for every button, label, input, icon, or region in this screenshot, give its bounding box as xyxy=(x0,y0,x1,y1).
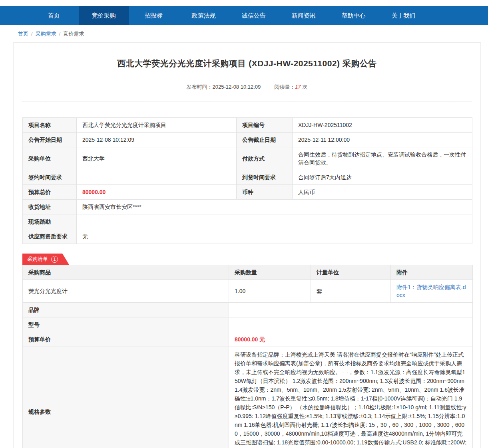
nav-item-tender[interactable]: 招投标 xyxy=(129,6,179,25)
announcement-meta: 发布时间：2025-12-08 10:12:09阅读量：17 次 xyxy=(22,83,472,91)
views-label: 阅读量： xyxy=(274,84,295,90)
field-label: 付款方式 xyxy=(237,147,293,170)
top-navigation: 首页 竞价采购 招投标 政策法规 诚信公告 新闻资讯 帮助中心 关于我们 xyxy=(0,6,488,25)
table-row: 签约时间要求 到货时间要求 合同签订后7天内送达 xyxy=(23,170,472,185)
field-value xyxy=(77,214,472,229)
field-value: 无 xyxy=(77,229,472,244)
purchase-list-table: 采购商品 采购数量 计量单位 附件 荧光分光光度计 1.00 套 附件1：货物类… xyxy=(22,265,473,448)
field-label: 现场踏勘 xyxy=(23,214,77,229)
field-label: 到货时间要求 xyxy=(237,170,293,185)
field-label: 公告开始日期 xyxy=(23,133,77,147)
field-value: 人民币 xyxy=(293,185,472,200)
field-label: 预算总价 xyxy=(23,185,77,200)
column-header: 计量单位 xyxy=(311,265,391,280)
table-row: 收货地址 陕西省西安市长安区**** xyxy=(23,200,472,214)
publish-time-value: 2025-12-08 10:12:09 xyxy=(213,84,261,90)
field-value: 合同生效后，待货物到达指定地点、安装调试验收合格后，一次性付清合同货款。 xyxy=(293,147,472,170)
nav-item-help-center[interactable]: 帮助中心 xyxy=(329,6,378,25)
field-label: 项目编号 xyxy=(237,118,293,133)
field-label: 预算单价 xyxy=(23,332,229,347)
specs-text: 科研设备指定品牌：上海棱光或上海天美 请各潜在供应商提交报价时在“响应附件”处上… xyxy=(229,347,473,448)
table-row: 公告开始日期 2025-12-08 10:12:09 公告截止日期 2025-1… xyxy=(23,133,472,147)
table-row: 项目名称 西北大学荧光分光光度计采购项目 项目编号 XDJJ-HW-202511… xyxy=(23,118,472,133)
item-attachment-cell: 附件1：货物类响应偏离表.docx xyxy=(391,280,473,303)
item-name: 荧光分光光度计 xyxy=(23,280,229,303)
unit-price-value: 80000.00 元 xyxy=(229,332,473,347)
breadcrumb-purchase-demand-link[interactable]: 采购需求 xyxy=(36,31,56,37)
field-label: 签约时间要求 xyxy=(23,170,77,185)
dashed-divider xyxy=(22,101,472,101)
field-value: 西北大学荧光分光光度计采购项目 xyxy=(77,118,237,133)
field-label: 采购单位 xyxy=(23,147,77,170)
field-value: 2025-12-11 12:00:00 xyxy=(293,133,472,147)
table-row: 供应商资质要求 无 xyxy=(23,229,472,244)
announcement-card: 西北大学荧光分光光度计采购项目 (XDJJ-HW-202511002) 采购公告… xyxy=(13,42,481,448)
column-header: 附件 xyxy=(391,265,473,280)
field-value: 西北大学 xyxy=(77,147,237,170)
table-header-row: 采购商品 采购数量 计量单位 附件 xyxy=(23,265,473,280)
field-value: XDJJ-HW-202511002 xyxy=(293,118,472,133)
nav-item-home[interactable]: 首页 xyxy=(29,6,79,25)
item-unit: 套 xyxy=(311,280,391,303)
purchase-list-section: 采购清单 1 xyxy=(22,254,472,265)
table-row: 采购单位 西北大学 付款方式 合同生效后，待货物到达指定地点、安装调试验收合格后… xyxy=(23,147,472,170)
field-label: 收货地址 xyxy=(23,200,77,214)
field-value: 2025-12-08 10:12:09 xyxy=(77,133,237,147)
views-count: 17 xyxy=(295,84,301,90)
nav-item-news[interactable]: 新闻资讯 xyxy=(279,6,329,25)
table-row: 型号 xyxy=(23,317,473,332)
breadcrumb-separator: / xyxy=(59,31,61,37)
views-unit: 次 xyxy=(302,84,307,90)
purchase-list-badge-label: 采购清单 xyxy=(27,256,48,263)
budget-total-value: 80000.00 xyxy=(77,185,237,200)
nav-item-bidding-purchase[interactable]: 竞价采购 xyxy=(79,6,129,25)
field-value: 合同签订后7天内送达 xyxy=(293,170,472,185)
breadcrumb-separator: / xyxy=(31,31,33,37)
column-header: 采购商品 xyxy=(23,265,229,280)
field-label: 币种 xyxy=(237,185,293,200)
breadcrumb-current: 竞价需求 xyxy=(63,31,84,37)
table-row: 品牌 xyxy=(23,303,473,317)
item-quantity: 1.00 xyxy=(229,280,311,303)
nav-item-policy[interactable]: 政策法规 xyxy=(179,6,229,25)
field-label: 供应商资质要求 xyxy=(23,229,77,244)
field-label: 品牌 xyxy=(23,303,229,317)
table-row: 现场踏勘 xyxy=(23,214,472,229)
table-row: 荧光分光光度计 1.00 套 附件1：货物类响应偏离表.docx xyxy=(23,280,473,303)
attachment-link[interactable]: 附件1：货物类响应偏离表.docx xyxy=(396,284,466,298)
field-label: 项目名称 xyxy=(23,118,77,133)
field-label: 公告截止日期 xyxy=(237,133,293,147)
breadcrumb-home-link[interactable]: 首页 xyxy=(18,31,28,37)
breadcrumb: 首页/采购需求/竞价需求 xyxy=(0,25,488,42)
nav-item-integrity-notice[interactable]: 诚信公告 xyxy=(229,6,279,25)
table-row: 规格参数 科研设备指定品牌：上海棱光或上海天美 请各潜在供应商提交报价时在“响应… xyxy=(23,347,473,448)
nav-item-about-us[interactable]: 关于我们 xyxy=(378,6,428,25)
field-value xyxy=(77,170,237,185)
project-info-table: 项目名称 西北大学荧光分光光度计采购项目 项目编号 XDJJ-HW-202511… xyxy=(22,117,472,244)
field-value xyxy=(229,317,473,332)
table-row: 预算总价 80000.00 币种 人民币 xyxy=(23,185,472,200)
publish-time-label: 发布时间： xyxy=(187,84,213,90)
field-label: 规格参数 xyxy=(23,347,229,448)
field-value: 陕西省西安市长安区**** xyxy=(77,200,472,214)
column-header: 采购数量 xyxy=(229,265,311,280)
field-value xyxy=(229,303,473,317)
field-label: 型号 xyxy=(23,317,229,332)
purchase-list-badge: 采购清单 1 xyxy=(22,254,69,265)
page-title: 西北大学荧光分光光度计采购项目 (XDJJ-HW-202511002) 采购公告 xyxy=(22,58,472,69)
table-row: 预算单价 80000.00 元 xyxy=(23,332,473,347)
purchase-list-count-badge: 1 xyxy=(51,256,58,263)
